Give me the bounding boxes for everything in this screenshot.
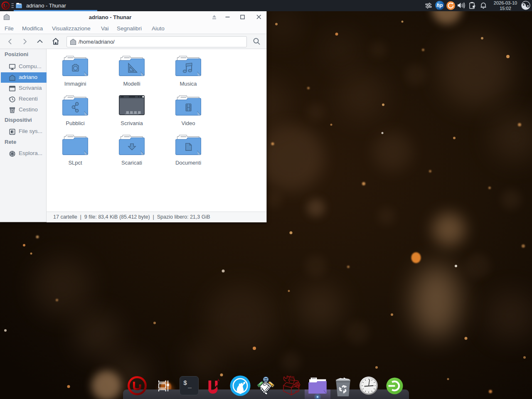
svg-text:_: _	[187, 382, 192, 389]
svg-text:$: $	[183, 380, 187, 387]
svg-text:hp: hp	[436, 2, 443, 8]
